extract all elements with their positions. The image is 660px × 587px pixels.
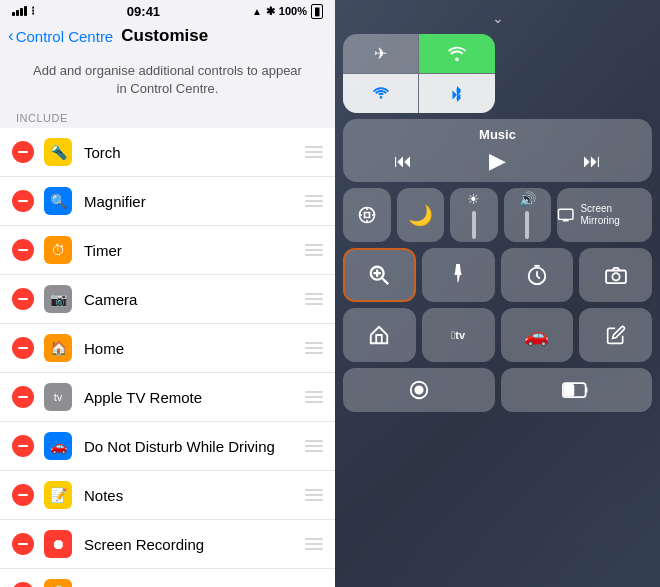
drag-handle[interactable]: [305, 440, 323, 452]
drag-handle[interactable]: [305, 391, 323, 403]
bluetooth-icon: ✱: [266, 5, 275, 18]
music-controls: ⏮ ▶ ⏭: [355, 148, 640, 174]
list-item: ⏺ Screen Recording: [0, 520, 335, 569]
music-title: Music: [355, 127, 640, 142]
remove-magnifier-button[interactable]: [12, 190, 34, 212]
torch-label: Torch: [84, 144, 305, 161]
brightness-slider[interactable]: ☀: [450, 188, 498, 242]
music-block: Music ⏮ ▶ ⏭: [343, 119, 652, 182]
magnifier-icon: 🔍: [44, 187, 72, 215]
description-text: Add and organise additional controls to …: [0, 52, 335, 106]
svg-rect-1: [558, 209, 573, 219]
remove-appletv-button[interactable]: [12, 386, 34, 408]
chevron-row: ⌄: [343, 8, 652, 28]
next-track-button[interactable]: ⏭: [583, 151, 601, 172]
battery-icon: ▮: [311, 4, 323, 19]
drag-handle[interactable]: [305, 538, 323, 550]
apple-tv-cc-button[interactable]: tv: [422, 308, 495, 362]
remove-notes-button[interactable]: [12, 484, 34, 506]
wifi-icon: ⁝: [31, 4, 35, 18]
status-right: ▲ ✱ 100% ▮: [252, 4, 323, 19]
list-item: 🏠 Home: [0, 324, 335, 373]
gps-icon: ▲: [252, 6, 262, 17]
camera-label: Camera: [84, 291, 305, 308]
row1: ✈ Music ⏮ ▶ ⏭: [343, 34, 652, 182]
prev-track-button[interactable]: ⏮: [394, 151, 412, 172]
status-left: ⁝: [12, 4, 35, 18]
row4: tv 🚗: [343, 308, 652, 362]
camera-icon: 📷: [44, 285, 72, 313]
drag-handle[interactable]: [305, 244, 323, 256]
timer-label: Timer: [84, 242, 305, 259]
timer-icon: ⏱: [44, 236, 72, 264]
svg-point-8: [612, 273, 619, 280]
list-item: 🔍 Magnifier: [0, 177, 335, 226]
svg-point-10: [415, 386, 422, 393]
screen-recording-icon: ⏺: [44, 530, 72, 558]
torch-cc-button[interactable]: [422, 248, 495, 302]
drag-handle[interactable]: [305, 342, 323, 354]
row3: [343, 248, 652, 302]
back-button[interactable]: ‹ Control Centre: [8, 26, 113, 46]
dnd-driving-label: Do Not Disturb While Driving: [84, 438, 305, 455]
edit-cc-button[interactable]: [579, 308, 652, 362]
drag-handle[interactable]: [305, 146, 323, 158]
timer-cc-button[interactable]: [501, 248, 574, 302]
wifi-toggle-button[interactable]: [419, 34, 494, 73]
remove-screen-rec-button[interactable]: [12, 533, 34, 555]
home-icon: 🏠: [44, 334, 72, 362]
remove-home-button[interactable]: [12, 337, 34, 359]
orientation-lock-button[interactable]: [343, 188, 391, 242]
svg-rect-12: [565, 385, 574, 396]
home-cc-button[interactable]: [343, 308, 416, 362]
do-not-disturb-button[interactable]: 🌙: [397, 188, 445, 242]
list-item: 🚗 Do Not Disturb While Driving: [0, 422, 335, 471]
remove-torch-button[interactable]: [12, 141, 34, 163]
notes-label: Notes: [84, 487, 305, 504]
wifi-button2[interactable]: [343, 74, 418, 113]
volume-slider[interactable]: 🔊: [504, 188, 552, 242]
row2: 🌙 ☀ 🔊 Screen Mirroring: [343, 188, 652, 242]
screen-mirroring-button[interactable]: Screen Mirroring: [557, 188, 652, 242]
screen-recording-label: Screen Recording: [84, 536, 305, 553]
low-power-icon: 🔋: [44, 579, 72, 587]
time-display: 09:41: [127, 4, 160, 19]
magnifier-cc-button[interactable]: [343, 248, 416, 302]
notes-icon: 📝: [44, 481, 72, 509]
magnifier-label: Magnifier: [84, 193, 305, 210]
back-chevron-icon: ‹: [8, 26, 14, 46]
drag-handle[interactable]: [305, 293, 323, 305]
airplane-mode-button[interactable]: ✈: [343, 34, 418, 73]
home-label: Home: [84, 340, 305, 357]
drag-handle[interactable]: [305, 489, 323, 501]
play-button[interactable]: ▶: [489, 148, 506, 174]
torch-icon: 🔦: [44, 138, 72, 166]
status-bar: ⁝ 09:41 ▲ ✱ 100% ▮: [0, 0, 335, 22]
back-label[interactable]: Control Centre: [16, 28, 114, 45]
screen-rec-cc-button[interactable]: [343, 368, 495, 412]
list-item: 🔦 Torch: [0, 128, 335, 177]
bluetooth-toggle-button[interactable]: [419, 74, 494, 113]
svg-line-3: [382, 278, 388, 284]
section-label: INCLUDE: [0, 106, 335, 128]
row5: [343, 368, 652, 412]
remove-low-power-button[interactable]: [12, 582, 34, 587]
page-title: Customise: [121, 26, 208, 46]
low-power-cc-button[interactable]: [501, 368, 653, 412]
remove-camera-button[interactable]: [12, 288, 34, 310]
car-cc-button[interactable]: 🚗: [501, 308, 574, 362]
appletv-icon: tv: [44, 383, 72, 411]
camera-cc-button[interactable]: [579, 248, 652, 302]
include-list: 🔦 Torch 🔍 Magnifier ⏱ Timer 📷 Camera: [0, 128, 335, 587]
chevron-down-icon: ⌄: [492, 10, 504, 26]
remove-timer-button[interactable]: [12, 239, 34, 261]
right-panel: ⌄ ✈ Music ⏮ ▶: [335, 0, 660, 587]
list-item: tv Apple TV Remote: [0, 373, 335, 422]
list-item: 📷 Camera: [0, 275, 335, 324]
remove-dnd-driving-button[interactable]: [12, 435, 34, 457]
signal-icon: [12, 6, 27, 16]
left-panel: ⁝ 09:41 ▲ ✱ 100% ▮ ‹ Control Centre Cust…: [0, 0, 335, 587]
drag-handle[interactable]: [305, 195, 323, 207]
dnd-driving-icon: 🚗: [44, 432, 72, 460]
list-item: 📝 Notes: [0, 471, 335, 520]
